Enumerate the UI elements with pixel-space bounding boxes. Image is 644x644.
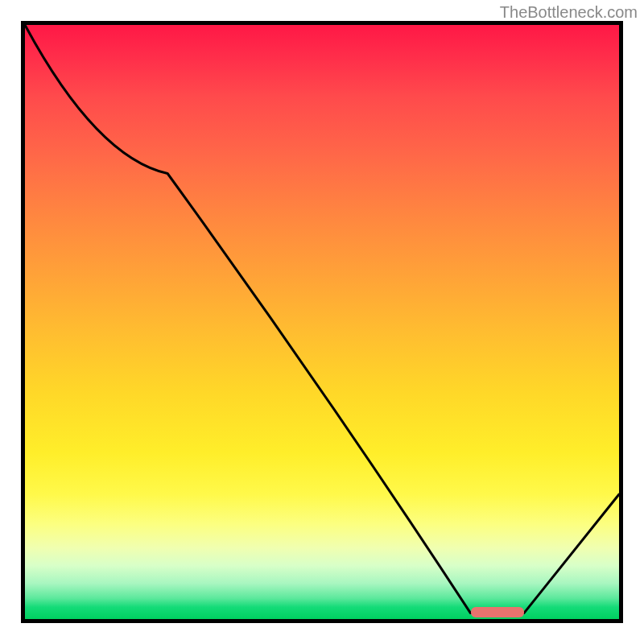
chart-frame — [21, 21, 623, 623]
optimal-range-marker — [471, 607, 524, 617]
watermark-text: TheBottleneck.com — [500, 3, 638, 22]
bottleneck-curve — [25, 25, 619, 619]
